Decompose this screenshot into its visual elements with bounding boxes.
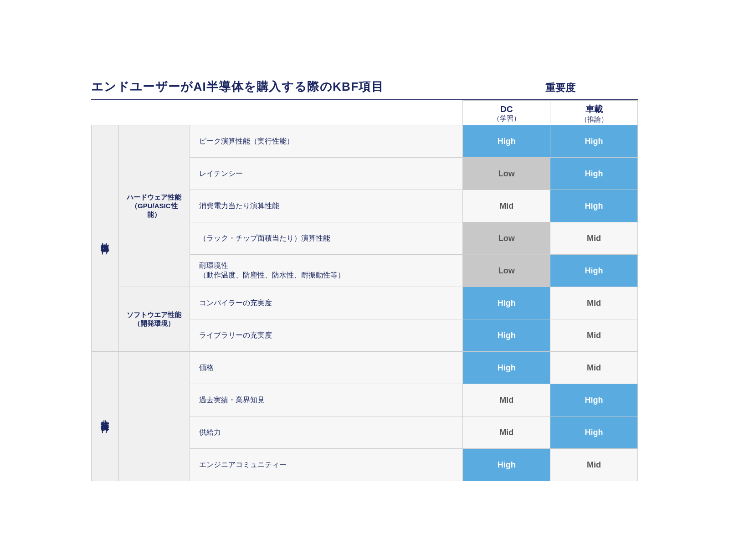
dc-value: Low bbox=[463, 255, 550, 287]
dc-value: Low bbox=[463, 222, 550, 255]
main-container: エンドユーザーがAI半導体を購入する際のKBF項目 重要度 DC （学習） 車載… bbox=[91, 79, 638, 481]
dc-value: High bbox=[463, 352, 550, 384]
item-label: 価格 bbox=[190, 352, 463, 384]
car-sub: （推論） bbox=[552, 115, 636, 124]
car-value: High bbox=[550, 158, 638, 190]
subcategory-cell: ハードウェア性能 （GPU/ASIC性能） bbox=[118, 125, 190, 287]
item-label: 過去実績・業界知見 bbox=[190, 384, 463, 416]
item-label: （ラック・チップ面積当たり）演算性能 bbox=[190, 222, 463, 255]
car-value: Mid bbox=[550, 319, 638, 352]
dc-value: Low bbox=[463, 158, 550, 190]
kbf-table: DC （学習） 車載 （推論） 技術要件ハードウェア性能 （GPU/ASIC性能… bbox=[91, 100, 638, 481]
item-label: 耐環境性 （動作温度、防塵性、防水性、耐振動性等） bbox=[190, 255, 463, 287]
table-row: ソフトウエア性能 （開発環境）コンパイラーの充実度HighMid bbox=[92, 287, 638, 319]
subcategory-cell bbox=[118, 352, 190, 481]
item-label: 消費電力当たり演算性能 bbox=[190, 190, 463, 222]
item-label: レイテンシー bbox=[190, 158, 463, 190]
subcategory-cell: ソフトウエア性能 （開発環境） bbox=[118, 287, 190, 352]
table-row: 非技術要件価格HighMid bbox=[92, 352, 638, 384]
car-value: High bbox=[550, 416, 638, 449]
dc-header: DC bbox=[465, 104, 548, 114]
item-label: エンジニアコミュニティー bbox=[190, 449, 463, 481]
item-label: ライブラリーの充実度 bbox=[190, 319, 463, 352]
dc-value: Mid bbox=[463, 416, 550, 449]
dc-value: Mid bbox=[463, 190, 550, 222]
dc-value: High bbox=[463, 125, 550, 158]
car-value: High bbox=[550, 125, 638, 158]
dc-value: High bbox=[463, 287, 550, 319]
importance-label: 重要度 bbox=[483, 81, 638, 95]
item-label: ピーク演算性能（実行性能） bbox=[190, 125, 463, 158]
car-header: 車載 bbox=[552, 103, 636, 115]
dc-value: Mid bbox=[463, 384, 550, 416]
item-label: コンパイラーの充実度 bbox=[190, 287, 463, 319]
car-value: High bbox=[550, 190, 638, 222]
category-cell: 技術要件 bbox=[92, 125, 119, 352]
car-value: Mid bbox=[550, 222, 638, 255]
car-value: Mid bbox=[550, 352, 638, 384]
car-value: Mid bbox=[550, 287, 638, 319]
dc-value: High bbox=[463, 319, 550, 352]
table-row: 技術要件ハードウェア性能 （GPU/ASIC性能）ピーク演算性能（実行性能）Hi… bbox=[92, 125, 638, 158]
car-value: Mid bbox=[550, 449, 638, 481]
dc-sub: （学習） bbox=[465, 114, 548, 123]
item-label: 供給力 bbox=[190, 416, 463, 449]
dc-value: High bbox=[463, 449, 550, 481]
car-value: High bbox=[550, 384, 638, 416]
main-title: エンドユーザーがAI半導体を購入する際のKBF項目 bbox=[91, 79, 384, 95]
column-header-row: DC （学習） 車載 （推論） bbox=[92, 101, 638, 125]
category-cell: 非技術要件 bbox=[92, 352, 119, 481]
car-value: High bbox=[550, 255, 638, 287]
